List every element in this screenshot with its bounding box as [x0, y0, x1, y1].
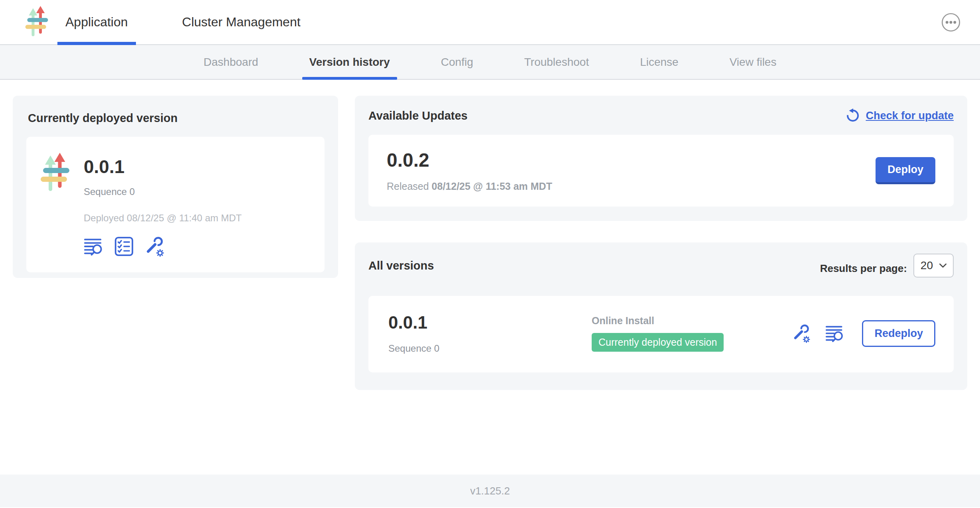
preflight-checks-icon[interactable]: [114, 236, 134, 257]
all-versions-card: All versions Results per page: 20 0.0.1 …: [355, 242, 967, 390]
console-version-label: v1.125.2: [470, 485, 510, 497]
refresh-icon: [845, 108, 861, 124]
available-updates-card: Available Updates Check for update 0.0.2…: [355, 96, 967, 221]
view-logs-icon[interactable]: [84, 236, 104, 257]
redeploy-button[interactable]: Redeploy: [862, 320, 935, 347]
version-row: 0.0.1 Sequence 0 Online Install Currentl…: [368, 296, 954, 372]
chevron-down-icon: [939, 263, 947, 268]
tab-version-history[interactable]: Version history: [302, 45, 397, 79]
results-per-page-select[interactable]: 20: [913, 254, 954, 278]
currently-deployed-card: Currently deployed version 0.0.1 Sequenc…: [13, 96, 338, 278]
top-navbar: Application Cluster Management: [0, 0, 980, 45]
topnav-tabs: Application Cluster Management: [57, 0, 309, 44]
app-logo-icon: [25, 6, 49, 39]
results-per-page-value: 20: [921, 259, 933, 272]
config-icon[interactable]: [144, 236, 166, 257]
update-released-line: Released 08/12/25 @ 11:53 am MDT: [387, 181, 552, 192]
update-info: 0.0.2 Released 08/12/25 @ 11:53 am MDT: [387, 149, 552, 192]
view-logs-icon[interactable]: [825, 323, 844, 343]
results-per-page: Results per page: 20: [820, 254, 954, 278]
ellipsis-menu-icon[interactable]: [941, 12, 961, 32]
update-row: 0.0.2 Released 08/12/25 @ 11:53 am MDT D…: [368, 135, 954, 207]
updates-column: Available Updates Check for update 0.0.2…: [355, 96, 967, 475]
tab-cluster-management[interactable]: Cluster Management: [174, 0, 309, 44]
deployed-version-info: 0.0.1 Sequence 0 Deployed 08/12/25 @ 11:…: [84, 150, 242, 257]
install-type-label: Online Install: [592, 315, 792, 327]
console-footer: v1.125.2: [0, 475, 980, 507]
version-row-info: 0.0.1 Sequence 0: [388, 313, 592, 354]
results-per-page-label: Results per page:: [820, 262, 907, 275]
currently-deployed-badge: Currently deployed version: [592, 333, 724, 352]
tab-license[interactable]: License: [633, 45, 686, 79]
tab-application[interactable]: Application: [57, 0, 136, 44]
version-row-status: Online Install Currently deployed versio…: [592, 315, 792, 352]
deployed-timestamp: Deployed 08/12/25 @ 11:40 am MDT: [84, 213, 242, 224]
deployed-version-column: Currently deployed version 0.0.1 Sequenc…: [13, 96, 338, 475]
deployed-sequence-label: Sequence 0: [84, 186, 242, 197]
deployed-version-number: 0.0.1: [84, 156, 242, 177]
deployed-action-icons: [84, 236, 242, 257]
tab-view-files[interactable]: View files: [722, 45, 784, 79]
tab-config[interactable]: Config: [434, 45, 480, 79]
deployed-version-tile: 0.0.1 Sequence 0 Deployed 08/12/25 @ 11:…: [26, 137, 325, 272]
tab-troubleshoot[interactable]: Troubleshoot: [517, 45, 596, 79]
available-updates-title: Available Updates: [368, 109, 468, 122]
row-sequence-label: Sequence 0: [388, 343, 592, 354]
row-version-number: 0.0.1: [388, 313, 592, 333]
update-version-number: 0.0.2: [387, 149, 552, 171]
app-subnav: Dashboard Version history Config Trouble…: [0, 45, 980, 80]
deploy-button[interactable]: Deploy: [876, 157, 935, 184]
tab-dashboard[interactable]: Dashboard: [197, 45, 266, 79]
check-for-update-label: Check for update: [866, 110, 954, 122]
deployed-card-title: Currently deployed version: [28, 112, 325, 125]
app-logo-icon: [40, 153, 70, 194]
topnav-spacer: [309, 0, 941, 44]
all-versions-title: All versions: [368, 259, 434, 272]
version-row-actions: Redeploy: [792, 320, 935, 347]
config-icon[interactable]: [792, 323, 812, 343]
version-history-page: Currently deployed version 0.0.1 Sequenc…: [0, 80, 980, 475]
check-for-update-link[interactable]: Check for update: [845, 108, 954, 124]
